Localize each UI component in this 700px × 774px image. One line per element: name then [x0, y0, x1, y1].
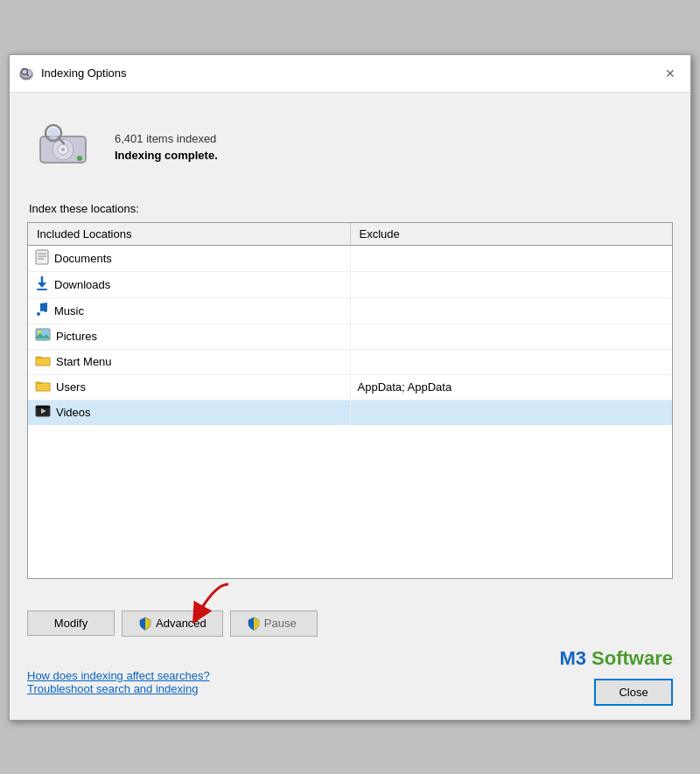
location-name: Music [54, 304, 84, 317]
exclude-cell [351, 401, 673, 425]
table-row[interactable]: Music [28, 298, 672, 324]
shield-uac-pause-icon [247, 617, 261, 631]
close-title-button[interactable]: ✕ [659, 62, 682, 85]
table-row[interactable]: Users AppData; AppData [28, 375, 672, 401]
table-body: Documents Downloads Music Pictures [28, 246, 672, 578]
shield-uac-icon [138, 617, 152, 631]
location-cell: Documents [28, 246, 351, 271]
close-footer-button[interactable]: Close [594, 679, 673, 706]
svg-rect-17 [36, 329, 50, 340]
row-icon [35, 328, 51, 345]
table-row[interactable]: Documents [28, 246, 672, 272]
location-cell: Start Menu [28, 350, 351, 374]
row-icon [35, 275, 49, 294]
troubleshoot-link[interactable]: Troubleshoot search and indexing [27, 682, 198, 695]
location-name: Downloads [54, 278, 110, 291]
window-title: Indexing Options [41, 66, 127, 80]
table-row[interactable]: Start Menu [28, 350, 672, 375]
location-name: Documents [54, 252, 112, 265]
items-count: 6,401 items indexed [115, 132, 218, 145]
modify-button[interactable]: Modify [27, 610, 115, 636]
exclude-cell [351, 298, 673, 324]
table-row[interactable]: Pictures [28, 324, 672, 350]
svg-point-8 [77, 156, 82, 161]
indexing-status: Indexing complete. [115, 149, 218, 162]
locations-table: Included Locations Exclude Documents Dow… [27, 222, 673, 579]
col-header-included: Included Locations [28, 223, 351, 245]
branding-software: Software [586, 647, 673, 669]
status-text-area: 6,401 items indexed Indexing complete. [115, 132, 218, 162]
hdd-search-icon [36, 119, 93, 171]
pause-button[interactable]: Pause [230, 610, 318, 637]
location-name: Pictures [56, 330, 97, 343]
col-header-exclude: Exclude [351, 223, 673, 245]
section-label: Index these locations: [27, 202, 673, 215]
row-icon [35, 380, 51, 395]
row-icon [35, 302, 49, 320]
table-row[interactable]: Downloads [28, 272, 672, 298]
window-icon [18, 66, 34, 81]
location-name: Videos [56, 406, 91, 419]
links-section: How does indexing affect searches? Troub… [27, 669, 210, 695]
location-cell: Music [28, 298, 351, 324]
location-cell: Users [28, 375, 351, 400]
branding-m3: M3 [559, 647, 586, 669]
svg-point-18 [38, 331, 41, 334]
exclude-cell: AppData; AppData [351, 375, 673, 400]
exclude-cell [351, 246, 673, 271]
status-area: 6,401 items indexed Indexing complete. [27, 110, 673, 185]
svg-rect-16 [37, 289, 47, 290]
title-bar: Indexing Options ✕ [10, 55, 690, 93]
bottom-footer: How does indexing affect searches? Troub… [27, 647, 673, 706]
table-row[interactable]: Videos [28, 401, 672, 425]
svg-point-10 [48, 128, 59, 138]
exclude-cell [351, 272, 673, 297]
row-icon [35, 405, 51, 420]
row-icon [35, 354, 51, 370]
location-cell: Videos [28, 401, 351, 425]
location-cell: Pictures [28, 324, 351, 349]
m3-software-branding: M3 Software [559, 647, 673, 670]
exclude-cell [351, 350, 673, 374]
main-content: 6,401 items indexed Indexing complete. I… [10, 93, 690, 610]
svg-point-7 [61, 148, 65, 151]
exclude-value: AppData; AppData [358, 380, 452, 394]
indexing-options-window: Indexing Options ✕ [9, 54, 691, 721]
location-cell: Downloads [28, 272, 351, 297]
indexing-affect-link[interactable]: How does indexing affect searches? [27, 669, 210, 682]
buttons-section: Modify Advanced [27, 610, 673, 637]
exclude-cell [351, 324, 673, 349]
table-header-row: Included Locations Exclude [28, 223, 672, 246]
title-bar-left: Indexing Options [18, 66, 127, 81]
bottom-section: Modify Advanced [10, 610, 690, 720]
row-icon [35, 249, 49, 268]
location-name: Start Menu [56, 355, 112, 368]
location-name: Users [56, 380, 86, 394]
svg-rect-20 [36, 406, 50, 408]
status-icon-container [36, 119, 97, 176]
red-arrow-indicator [163, 580, 233, 624]
svg-rect-12 [36, 250, 48, 264]
